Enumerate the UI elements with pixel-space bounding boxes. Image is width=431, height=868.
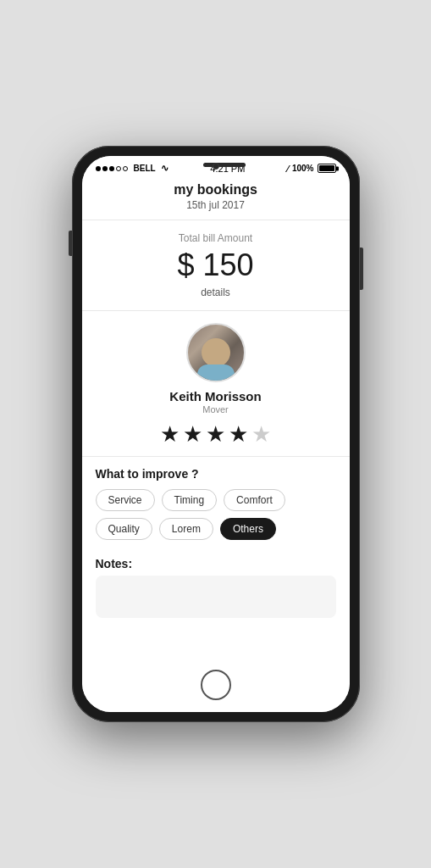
carrier-label: BELL xyxy=(134,164,156,173)
tag-others[interactable]: Others xyxy=(220,518,276,540)
driver-section: Keith Morisson Mover ★ ★ ★ ★ ★ xyxy=(82,311,350,457)
tag-quality[interactable]: Quality xyxy=(96,518,152,540)
bill-details-link[interactable]: details xyxy=(96,287,336,298)
star-5[interactable]: ★ xyxy=(251,421,271,448)
driver-avatar xyxy=(186,323,246,382)
speaker-bar xyxy=(203,163,246,167)
star-rating[interactable]: ★ ★ ★ ★ ★ xyxy=(96,421,336,448)
improve-title: What to improve ? xyxy=(96,467,336,481)
avatar-body xyxy=(197,364,235,382)
status-right: ⁄ 100% xyxy=(287,164,335,174)
tag-timing[interactable]: Timing xyxy=(162,489,218,511)
tag-lorem[interactable]: Lorem xyxy=(159,518,213,540)
battery-percent: 100% xyxy=(292,164,314,173)
star-3[interactable]: ★ xyxy=(206,421,225,448)
driver-role: Mover xyxy=(96,404,336,415)
star-4[interactable]: ★ xyxy=(229,421,248,448)
improve-section: What to improve ? Service Timing Comfort… xyxy=(82,457,350,557)
star-2[interactable]: ★ xyxy=(183,421,202,448)
signal-dot-3 xyxy=(109,166,114,171)
status-left: BELL ∿ xyxy=(96,163,169,174)
home-button[interactable] xyxy=(201,670,231,700)
bluetooth-icon: ⁄ xyxy=(287,164,289,174)
page-header: my bookings 15th jul 2017 xyxy=(82,177,350,220)
phone-screen: BELL ∿ 4:21 PM ⁄ 100% my bookings 15th j… xyxy=(82,156,350,712)
battery-bar xyxy=(318,164,336,173)
notes-input[interactable] xyxy=(96,576,336,618)
tag-service[interactable]: Service xyxy=(96,489,155,511)
signal-dot-5 xyxy=(123,166,128,171)
home-indicator xyxy=(82,663,350,712)
tags-row-1: Service Timing Comfort xyxy=(96,489,336,511)
battery-icon xyxy=(318,164,336,173)
wifi-icon: ∿ xyxy=(161,163,169,174)
signal-dot-1 xyxy=(96,166,101,171)
avatar-head xyxy=(202,338,230,367)
main-content: Total bill Amount $ 150 details Keith Mo… xyxy=(82,220,350,663)
notes-section: Notes: xyxy=(82,557,350,632)
signal-dot-2 xyxy=(102,166,108,171)
signal-dots xyxy=(96,166,128,171)
notes-title: Notes: xyxy=(96,557,336,570)
tags-row-2: Quality Lorem Others xyxy=(96,518,336,540)
bill-section: Total bill Amount $ 150 details xyxy=(82,220,350,311)
avatar-face xyxy=(195,334,237,382)
bill-amount: $ 150 xyxy=(96,248,336,283)
battery-fill xyxy=(319,165,334,171)
phone-frame: BELL ∿ 4:21 PM ⁄ 100% my bookings 15th j… xyxy=(72,146,360,722)
bill-label: Total bill Amount xyxy=(96,232,336,244)
camera-dot xyxy=(213,163,219,170)
header-date: 15th jul 2017 xyxy=(82,199,350,211)
tag-comfort[interactable]: Comfort xyxy=(224,489,285,511)
signal-dot-4 xyxy=(116,166,121,171)
driver-name: Keith Morisson xyxy=(96,389,336,403)
page-title: my bookings xyxy=(82,182,350,198)
star-1[interactable]: ★ xyxy=(160,421,180,448)
